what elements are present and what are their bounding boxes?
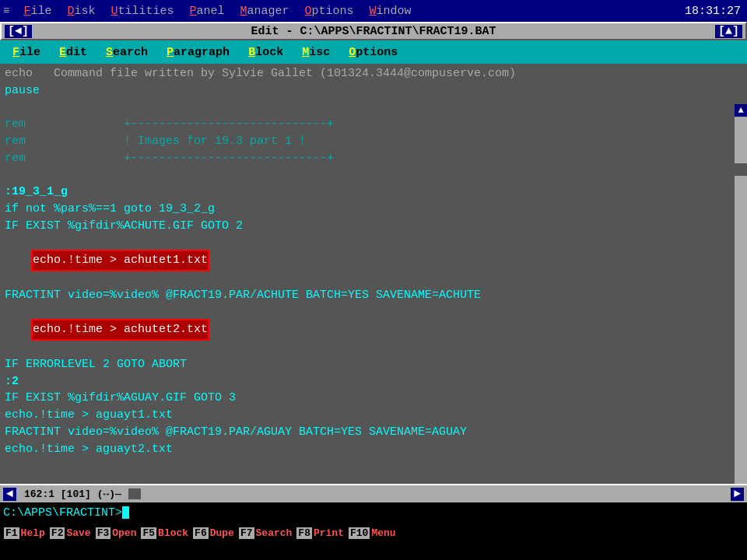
line-17: echo.!time > aguayt1.txt	[5, 407, 742, 424]
fkey-f5-label: Block	[156, 527, 188, 539]
fkey-f5[interactable]: F5 Block	[139, 527, 191, 539]
emenu-edit[interactable]: Edit	[53, 44, 93, 61]
emenu-options[interactable]: Options	[342, 44, 404, 61]
line-8: :19_3_1_g	[5, 184, 742, 201]
line-18: FRACTINT video=%video% @FRACT19.PAR/AGUA…	[5, 424, 742, 441]
editor-content: echo Command file written by Sylvie Gall…	[0, 64, 747, 484]
scroll-thumb[interactable]	[735, 163, 747, 176]
line-7	[5, 167, 742, 184]
fkey-f7-num: F7	[239, 527, 254, 539]
fkey-f3-num: F3	[96, 527, 111, 539]
scroll-right-button[interactable]: ►	[731, 488, 744, 501]
line-4: rem +----------------------------+	[5, 116, 742, 133]
title-right-button[interactable]: [▲]	[715, 25, 742, 38]
line-14: IF ERRORLEVEL 2 GOTO ABORT	[5, 356, 742, 373]
emenu-block[interactable]: Block	[242, 44, 289, 61]
line-13: echo.!time > achutet2.txt	[5, 304, 742, 356]
fkey-f10[interactable]: F10 Menu	[346, 527, 398, 539]
top-menu-window[interactable]: Window	[362, 5, 419, 18]
top-menu-disk[interactable]: Disk	[59, 5, 103, 18]
line-6: rem +----------------------------+	[5, 150, 742, 167]
title-text: Edit - C:\APPS\FRACTINT\FRACT19.BAT	[251, 25, 496, 38]
prompt-text: C:\APPS\FRACTINT>	[3, 506, 122, 520]
fkey-f10-label: Menu	[370, 527, 395, 539]
right-scrollbar[interactable]: ▲ ▼	[735, 104, 747, 484]
line-11: echo.!time > achutet1.txt	[5, 235, 742, 287]
emenu-file[interactable]: File	[6, 44, 47, 61]
fkey-f7-label: Search	[254, 527, 293, 539]
emenu-misc[interactable]: Misc	[296, 44, 336, 61]
fkey-f2-num: F2	[50, 527, 65, 539]
fkey-f3[interactable]: F3 Open	[93, 527, 139, 539]
fkey-f7[interactable]: F7 Search	[237, 527, 294, 539]
top-menu-bar: ≡ File Disk Utilities Panel Manager Opti…	[0, 0, 747, 22]
fkey-f2-label: Save	[65, 527, 90, 539]
fkey-f6-num: F6	[193, 527, 209, 539]
line-10: IF EXIST %gifdir%ACHUTE.GIF GOTO 2	[5, 218, 742, 235]
cursor	[122, 506, 129, 519]
fkey-f8-num: F8	[296, 527, 312, 539]
fkey-bar: F1 Help F2 Save F3 Open F5 Block F6 Dupe…	[0, 523, 747, 543]
top-menu-options[interactable]: Options	[297, 5, 362, 18]
horizontal-scroll-thumb[interactable]	[128, 488, 141, 499]
fkey-f1-label: Help	[19, 527, 45, 539]
line-16: IF EXIST %gifdir%AGUAY.GIF GOTO 3	[5, 390, 742, 407]
top-menu-items: File Disk Utilities Panel Manager Option…	[16, 5, 685, 18]
line-12: FRACTINT video=%video% @FRACT19.PAR/ACHU…	[5, 287, 742, 304]
fkey-f5-num: F5	[141, 527, 156, 539]
line-19: echo.!time > aguayt2.txt	[5, 441, 742, 458]
editor-menu-bar: File Edit Search Paragraph Block Misc Op…	[0, 40, 747, 64]
fkey-f2[interactable]: F2 Save	[47, 527, 93, 539]
fkey-f6[interactable]: F6 Dupe	[191, 527, 237, 539]
scroll-left-button[interactable]: ◄	[3, 488, 16, 501]
top-menu-panel[interactable]: Panel	[182, 5, 233, 18]
emenu-paragraph[interactable]: Paragraph	[160, 44, 236, 61]
emenu-search[interactable]: Search	[100, 44, 154, 61]
fkey-f8[interactable]: F8 Print	[294, 527, 346, 539]
top-menu-file[interactable]: File	[16, 5, 59, 18]
line-3	[5, 100, 742, 117]
line-2: pause	[5, 82, 742, 100]
top-menu-manager[interactable]: Manager	[233, 5, 297, 18]
fkey-f8-label: Print	[312, 527, 344, 539]
position-info: 162:1 [101] (↔)—	[19, 488, 126, 500]
top-menu-utilities[interactable]: Utilities	[103, 5, 181, 18]
line-15: :2	[5, 373, 742, 390]
fkey-f6-label: Dupe	[209, 527, 234, 539]
fkey-f1-num: F1	[4, 527, 19, 539]
title-left-button[interactable]: [◄]	[5, 25, 32, 38]
clock: 18:31:27	[685, 5, 744, 18]
scroll-track[interactable]	[735, 117, 747, 484]
prompt-bar: C:\APPS\FRACTINT>	[0, 502, 747, 523]
line-9: if not %pars%==1 goto 19_3_2_g	[5, 201, 742, 218]
line-5: rem ! Images for 19.3 part 1 !	[5, 133, 742, 150]
title-bar: [◄] Edit - C:\APPS\FRACTINT\FRACT19.BAT …	[0, 22, 747, 40]
fkey-f3-label: Open	[110, 527, 136, 539]
line-1: echo Command file written by Sylvie Gall…	[5, 65, 742, 82]
fkey-f1[interactable]: F1 Help	[2, 527, 47, 539]
fkey-f10-num: F10	[349, 527, 370, 539]
horizontal-scroll-track[interactable]: 162:1 [101] (↔)—	[19, 488, 728, 499]
hamburger-icon[interactable]: ≡	[3, 5, 9, 17]
status-bar: ◄ 162:1 [101] (↔)— ►	[0, 484, 747, 502]
scroll-up-arrow[interactable]: ▲	[735, 104, 747, 117]
